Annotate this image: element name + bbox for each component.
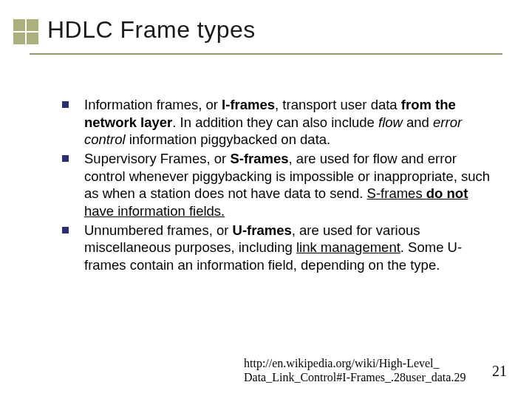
bullet-marker-icon [62, 155, 69, 162]
slide-title: HDLC Frame types [47, 16, 256, 44]
slide-body: Information frames, or I-frames, transpo… [62, 96, 497, 276]
text: Supervisory Frames, or [84, 151, 230, 166]
bullet-marker-icon [62, 227, 69, 233]
text: have information fields. [84, 203, 225, 219]
text: Information frames, or [84, 97, 222, 112]
text-underline: link management [296, 239, 400, 255]
footer-url: http://en.wikipedia.org/wiki/High-Level_… [244, 357, 466, 384]
text: S-frames [367, 185, 426, 201]
bullet-item: Supervisory Frames, or S-frames, are use… [62, 150, 497, 220]
slide: HDLC Frame types Information frames, or … [0, 0, 532, 399]
text-bold: do not [426, 185, 468, 201]
bullet-item: Information frames, or I-frames, transpo… [62, 96, 497, 149]
text-bold: I-frames [222, 97, 275, 112]
text-bold: S-frames [230, 151, 288, 166]
title-accent-icon [13, 19, 41, 49]
text: information piggybacked on data. [126, 132, 331, 147]
text-bold: U-frames [233, 222, 292, 238]
title-underline [30, 53, 502, 55]
text: and [403, 115, 433, 130]
text-italic: flow [378, 115, 403, 130]
page-number: 21 [492, 363, 507, 380]
footer-line2: Data_Link_Control#I-Frames_.28user_data.… [244, 371, 466, 384]
text: , transport user data [275, 97, 401, 112]
text: . In addition they can also include [172, 115, 378, 130]
bullet-item: Unnumbered frames, or U-frames, are used… [62, 222, 497, 274]
text: Unnumbered frames, or [84, 222, 233, 238]
bullet-marker-icon [62, 101, 69, 108]
footer-line1: http://en.wikipedia.org/wiki/High-Level_ [244, 357, 466, 370]
